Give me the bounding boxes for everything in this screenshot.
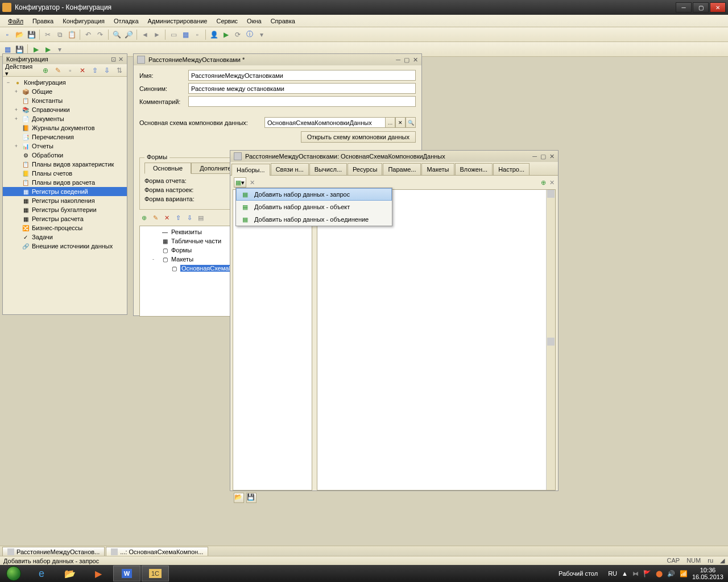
tree-item[interactable]: 📋Планы видов характеристик	[3, 160, 127, 169]
run-icon[interactable]: ▶	[31, 44, 41, 55]
down-icon[interactable]: ⇩	[102, 65, 113, 76]
dcs-tab[interactable]: Вычисл...	[309, 163, 347, 175]
config-tree[interactable]: −●Конфигурация +📦Общие📋Константы+📚Справо…	[3, 77, 127, 312]
open-scheme-button[interactable]: Открыть схему компоновки данных	[301, 131, 416, 143]
folder-icon[interactable]: 📂	[234, 493, 244, 503]
edit-icon[interactable]: ✎	[53, 65, 63, 76]
scrollbar[interactable]	[546, 190, 555, 490]
tree-item[interactable]: 🔀Бизнес-процессы	[3, 223, 127, 232]
dcs-tab[interactable]: Параме...	[383, 163, 421, 175]
tray-av-icon[interactable]: 🚩	[643, 570, 651, 577]
find-icon[interactable]: 🔍	[111, 30, 122, 40]
menu-windows[interactable]: Окна	[242, 16, 266, 26]
open-icon[interactable]: 📂	[14, 30, 24, 40]
sort-icon[interactable]: ⇅	[114, 65, 125, 76]
dcs-close-icon[interactable]: ✕	[549, 153, 555, 160]
tray-vol-icon[interactable]: 🔊	[667, 570, 675, 577]
redo-icon[interactable]: ↷	[95, 30, 105, 40]
window-tab[interactable]: РасстояниеМеждуОстанов...	[2, 547, 105, 557]
tray-warn-icon[interactable]: ⬤	[656, 570, 663, 577]
taskbar-explorer[interactable]: 📂	[56, 566, 84, 581]
menu-config[interactable]: Конфигурация	[58, 16, 109, 26]
menu-admin[interactable]: Администрирование	[143, 16, 212, 26]
taskbar-1c[interactable]: 1C	[142, 566, 169, 581]
dcs-window-title[interactable]: РасстояниеМеждуОстановками: ОсновнаяСхем…	[230, 151, 558, 162]
win-min-icon[interactable]: ─	[396, 56, 400, 64]
help-icon[interactable]: ⓘ	[245, 30, 255, 40]
sub-edit-icon[interactable]: ✎	[151, 213, 160, 222]
tool-d-icon[interactable]: ▶	[221, 30, 231, 40]
tree-item[interactable]: 📋Планы видов расчета	[3, 178, 127, 187]
dcs-tab[interactable]: Макеты	[421, 163, 454, 175]
scheme-open-icon[interactable]: 🔍	[406, 117, 416, 128]
name-input[interactable]	[188, 70, 416, 81]
tool-e-icon[interactable]: ⟳	[233, 30, 243, 40]
scheme-select-icon[interactable]: …	[385, 117, 395, 128]
tree-item[interactable]: ▦Регистры сведений	[3, 187, 127, 196]
nav-back-icon[interactable]: ◄	[140, 30, 150, 40]
tool-b-icon[interactable]: ▦	[180, 30, 191, 40]
save-icon[interactable]: 💾	[26, 30, 36, 40]
sub-add-icon[interactable]: ⊕	[139, 213, 148, 222]
tree-item[interactable]: 📋Константы	[3, 96, 127, 105]
debug-run-icon[interactable]: ▶	[43, 44, 53, 55]
sub-sort-icon[interactable]: ▤	[196, 213, 205, 222]
taskbar-word[interactable]: W	[113, 566, 140, 581]
sub-down-icon[interactable]: ⇩	[185, 213, 194, 222]
copy-icon[interactable]: ⧉	[55, 30, 65, 40]
tab-main[interactable]: Основные	[144, 163, 191, 174]
tree-item[interactable]: ✓Задачи	[3, 232, 127, 242]
dcs-max-icon[interactable]: ▢	[540, 153, 546, 160]
dcs-fields-area[interactable]	[317, 189, 556, 490]
tree-item[interactable]: ⚙Обработки	[3, 151, 127, 160]
context-menu-item[interactable]: ▦Добавить набор данных - объект	[236, 201, 392, 213]
delete-dataset-icon[interactable]: ✕	[250, 179, 255, 186]
menu-edit[interactable]: Правка	[28, 16, 58, 26]
drop-icon[interactable]: ▾	[55, 44, 65, 55]
dropdown-icon[interactable]: ▾	[257, 30, 267, 40]
menu-file[interactable]: Файл	[3, 16, 28, 26]
panel-close-icon[interactable]: ✕	[118, 56, 123, 63]
minimize-button[interactable]: ─	[676, 2, 692, 13]
tree-item[interactable]: +📊Отчеты	[3, 142, 127, 151]
nav-fwd-icon[interactable]: ►	[152, 30, 162, 40]
start-button[interactable]	[0, 565, 27, 582]
synonym-input[interactable]	[188, 83, 416, 94]
tree-item[interactable]: ▦Регистры бухгалтерии	[3, 205, 127, 214]
tray-lang[interactable]: RU	[608, 570, 617, 577]
scheme-input[interactable]	[264, 117, 385, 128]
taskbar-ie[interactable]: e	[28, 566, 55, 581]
zoom-icon[interactable]: 🔎	[123, 30, 134, 40]
paste-icon[interactable]: 📋	[67, 30, 77, 40]
tray-flag-icon[interactable]: ▲	[622, 570, 628, 577]
menu-service[interactable]: Сервис	[212, 16, 242, 26]
tree-item[interactable]: +📄Документы	[3, 114, 127, 123]
menu-debug[interactable]: Отладка	[109, 16, 143, 26]
taskbar-media[interactable]: ▶	[85, 566, 112, 581]
scheme-clear-icon[interactable]: ✕	[395, 117, 406, 128]
dcs-tab[interactable]: Наборы...	[231, 164, 270, 176]
tree-item[interactable]: +📦Общие	[3, 87, 127, 96]
del-field-icon[interactable]: ✕	[549, 179, 555, 186]
window-tab[interactable]: ...: ОсновнаяСхемаКомпон...	[106, 547, 208, 557]
win-close-icon[interactable]: ✕	[413, 56, 418, 64]
tree-item[interactable]: 🔗Внешние источники данных	[3, 242, 127, 251]
disk-icon[interactable]: 💾	[246, 493, 257, 503]
add-field-icon[interactable]: ⊕	[541, 179, 546, 186]
tree-item[interactable]: ▦Регистры расчета	[3, 214, 127, 223]
actions-label[interactable]: Действия ▾	[5, 63, 38, 77]
report-window-title[interactable]: РасстояниеМеждуОстановками * ─▢✕	[134, 54, 421, 65]
desktop-label[interactable]: Рабочий стол	[559, 570, 598, 577]
dcs-tab[interactable]: Связи н...	[271, 163, 309, 175]
tree-root[interactable]: −●Конфигурация	[3, 78, 127, 87]
close-button[interactable]: ✕	[710, 2, 726, 13]
db-icon[interactable]: ▦	[2, 44, 13, 55]
context-menu-item[interactable]: ▦Добавить набор данных - объединение	[236, 213, 392, 226]
up-icon[interactable]: ⇧	[90, 65, 100, 76]
tool-c-icon[interactable]: ▫	[192, 30, 202, 40]
cut-icon[interactable]: ✂	[43, 30, 53, 40]
remove-icon[interactable]: ✕	[77, 65, 88, 76]
dcs-tab[interactable]: Ресурсы	[348, 163, 382, 175]
pin-icon[interactable]: ⊡	[111, 56, 116, 63]
db-save-icon[interactable]: 💾	[14, 44, 24, 55]
